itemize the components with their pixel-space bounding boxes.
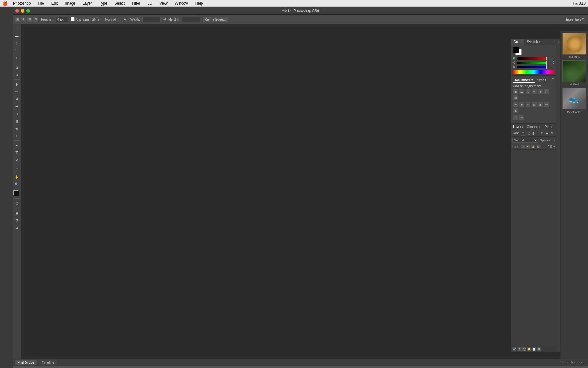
fill-dropdown-icon[interactable]: ▾: [553, 145, 555, 148]
timeline-tab[interactable]: Timeline: [39, 360, 57, 365]
menu-filter[interactable]: Filter: [130, 1, 142, 6]
menu-view[interactable]: View: [158, 1, 169, 6]
threshold-adj[interactable]: ▲: [513, 108, 518, 113]
kind-pixel[interactable]: ⬚: [526, 131, 530, 135]
bw-adj[interactable]: ⊕: [513, 102, 518, 107]
swap-icon[interactable]: ⇌: [163, 17, 166, 21]
new-group-btn[interactable]: 📁: [527, 347, 531, 351]
add-mask-btn[interactable]: ◯: [522, 347, 526, 351]
lock-all-btn[interactable]: 🔒: [531, 144, 535, 149]
brush-tool-btn[interactable]: ✏: [13, 88, 20, 95]
menu-3d[interactable]: 3D: [146, 1, 154, 6]
subtract-selection-btn[interactable]: ⊟: [27, 17, 32, 22]
clone-stamp-btn[interactable]: ⊗: [13, 96, 20, 102]
tab-channels[interactable]: Channels: [525, 124, 543, 130]
opacity-dropdown-icon[interactable]: ▾: [553, 139, 555, 142]
menu-window[interactable]: Window: [173, 1, 190, 6]
delete-layer-btn[interactable]: 🗑: [537, 347, 541, 351]
panel-options-btn[interactable]: ▸▸: [13, 25, 20, 32]
photfilter-adj[interactable]: ◉: [519, 102, 525, 107]
selection-tool-btn[interactable]: ⬚: [13, 40, 20, 47]
menu-photoshop[interactable]: Photoshop: [11, 1, 32, 6]
panel-menu-btn[interactable]: ☰: [552, 39, 556, 45]
layers-extra-icon[interactable]: ⊘: [550, 131, 554, 135]
kind-adj[interactable]: ◑: [531, 131, 536, 135]
menu-image[interactable]: Image: [63, 1, 77, 6]
thumbnail-bootcamp[interactable]: BOOTCAMP: [562, 88, 587, 113]
foreground-color-swatch[interactable]: [14, 191, 19, 196]
adj-menu-btn[interactable]: ☰: [552, 78, 554, 83]
exposure-adj[interactable]: ☀: [531, 89, 537, 94]
magic-wand-btn[interactable]: ✦: [13, 55, 20, 61]
anti-alias-label[interactable]: Anti-alias: [71, 17, 89, 21]
add-selection-btn[interactable]: ⊞: [21, 17, 26, 22]
g-slider-thumb[interactable]: [546, 61, 547, 65]
tab-paths[interactable]: Paths: [543, 124, 555, 130]
colorlookup-adj[interactable]: ▦: [531, 102, 537, 107]
zoom-tool-btn[interactable]: 🔍: [13, 181, 20, 188]
menu-help[interactable]: Help: [194, 1, 205, 6]
feather-input[interactable]: [56, 17, 68, 22]
posterize-adj[interactable]: ▭: [544, 102, 549, 107]
kind-smart[interactable]: ◈: [545, 131, 549, 135]
arrange-btn[interactable]: ⊞: [13, 217, 20, 224]
lock-position-btn[interactable]: ✦: [526, 144, 530, 149]
eyedropper-btn[interactable]: ⊘: [13, 71, 20, 78]
dodge-btn[interactable]: ○: [13, 132, 20, 139]
kind-dropdown[interactable]: ≡: [521, 131, 525, 136]
link-layers-btn[interactable]: 🔗: [512, 347, 517, 351]
brightness-adj[interactable]: ◐: [513, 89, 518, 94]
levels-adj[interactable]: ▬: [519, 89, 525, 94]
channelmix-adj[interactable]: ⊗: [525, 102, 531, 107]
thumbnail-dullard[interactable]: dullard: [562, 60, 587, 86]
thumbnail-turbon[interactable]: TURBON: [562, 33, 587, 59]
intersect-selection-btn[interactable]: ⊠: [33, 17, 39, 22]
kind-shape[interactable]: □: [541, 131, 544, 135]
color-spectrum[interactable]: [513, 70, 554, 74]
colorbalance-adj[interactable]: ⊞: [513, 95, 518, 101]
foreground-background-color[interactable]: [13, 190, 20, 197]
tab-adjustments[interactable]: Adjustments: [513, 78, 535, 83]
artboard-btn[interactable]: ⊟: [13, 224, 20, 231]
history-brush-btn[interactable]: ↩: [13, 103, 20, 110]
healing-brush-btn[interactable]: ⊕: [13, 81, 20, 88]
style-select[interactable]: Normal Fixed Ratio Fixed Size: [103, 17, 128, 22]
path-selection-btn[interactable]: ↗: [13, 157, 20, 163]
apple-menu[interactable]: 🍎: [2, 1, 8, 6]
b-slider-thumb[interactable]: [546, 65, 547, 69]
close-button[interactable]: [15, 9, 19, 13]
selectivecolor-adj[interactable]: ◈: [519, 115, 525, 120]
fg-bg-swatches[interactable]: [513, 47, 522, 55]
lasso-tool-btn[interactable]: ⌒: [13, 47, 20, 54]
essentials-dropdown[interactable]: Essentials ▾: [564, 17, 586, 22]
rectangle-shape-btn[interactable]: ▭: [13, 164, 20, 171]
lock-pixels-btn[interactable]: ⬚: [521, 144, 525, 149]
tab-layers[interactable]: Layers: [511, 124, 525, 130]
text-tool-btn[interactable]: T: [13, 149, 20, 156]
refine-edge-button[interactable]: Refine Edge...: [202, 17, 228, 22]
hand-tool-btn[interactable]: ✋: [13, 174, 20, 180]
screen-mode-btn[interactable]: ▣: [13, 209, 20, 216]
move-tool-btn[interactable]: [13, 33, 20, 39]
mini-bridge-tab[interactable]: Mini Bridge: [15, 360, 37, 365]
fg-color[interactable]: [513, 47, 519, 53]
blend-mode-select[interactable]: Normal Multiply Screen Overlay: [512, 138, 538, 143]
crop-tool-btn[interactable]: ⊡: [13, 64, 20, 71]
height-input[interactable]: [182, 17, 200, 22]
kind-type[interactable]: T: [536, 131, 540, 135]
menu-file[interactable]: File: [36, 1, 46, 6]
quick-mask-btn[interactable]: ⬡: [13, 200, 20, 207]
tab-color[interactable]: Color: [511, 39, 524, 45]
new-layer-btn[interactable]: 📄: [532, 347, 536, 351]
hsl-adj[interactable]: ⬡: [544, 89, 549, 94]
gradient-btn[interactable]: ▦: [13, 118, 20, 125]
menu-layer[interactable]: Layer: [81, 1, 94, 6]
width-input[interactable]: [142, 17, 161, 22]
menu-edit[interactable]: Edit: [50, 1, 60, 6]
add-style-btn[interactable]: f: [517, 347, 522, 351]
r-slider-thumb[interactable]: [546, 57, 547, 60]
lock-artboard-btn[interactable]: ⊕: [536, 144, 541, 149]
tab-styles[interactable]: Styles: [535, 78, 548, 83]
new-selection-btn[interactable]: ▣: [15, 17, 20, 22]
vibrance-adj[interactable]: ◈: [537, 89, 543, 94]
